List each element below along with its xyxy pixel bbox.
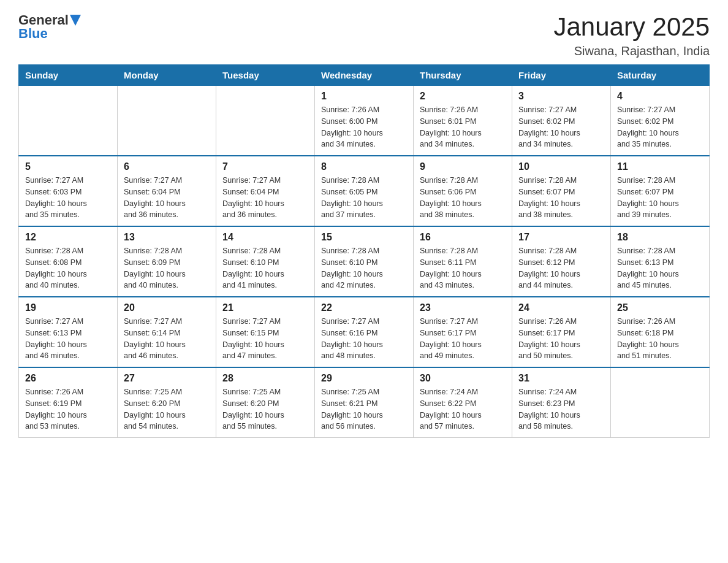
day-number: 23 xyxy=(420,302,506,313)
calendar-cell xyxy=(118,86,216,156)
day-info: Sunrise: 7:27 AM Sunset: 6:04 PM Dayligh… xyxy=(124,175,210,221)
day-number: 30 xyxy=(420,373,506,384)
column-header-friday: Friday xyxy=(512,65,611,86)
calendar-cell: 31Sunrise: 7:24 AM Sunset: 6:23 PM Dayli… xyxy=(512,367,611,438)
page-header: General Blue January 2025 Siwana, Rajast… xyxy=(18,12,710,58)
week-row-3: 12Sunrise: 7:28 AM Sunset: 6:08 PM Dayli… xyxy=(19,226,710,297)
calendar-cell: 29Sunrise: 7:25 AM Sunset: 6:21 PM Dayli… xyxy=(315,367,414,438)
title-block: January 2025 Siwana, Rajasthan, India xyxy=(553,12,710,58)
day-number: 21 xyxy=(222,302,308,313)
day-number: 4 xyxy=(617,91,703,102)
day-number: 19 xyxy=(25,302,111,313)
day-number: 5 xyxy=(25,161,111,172)
calendar-cell: 13Sunrise: 7:28 AM Sunset: 6:09 PM Dayli… xyxy=(118,226,216,297)
calendar-cell: 14Sunrise: 7:28 AM Sunset: 6:10 PM Dayli… xyxy=(216,226,315,297)
calendar-cell: 3Sunrise: 7:27 AM Sunset: 6:02 PM Daylig… xyxy=(512,86,611,156)
day-info: Sunrise: 7:27 AM Sunset: 6:17 PM Dayligh… xyxy=(420,316,506,362)
column-header-tuesday: Tuesday xyxy=(216,65,315,86)
day-number: 22 xyxy=(321,302,407,313)
day-number: 14 xyxy=(222,232,308,243)
day-info: Sunrise: 7:27 AM Sunset: 6:04 PM Dayligh… xyxy=(222,175,308,221)
calendar-cell: 1Sunrise: 7:26 AM Sunset: 6:00 PM Daylig… xyxy=(315,86,414,156)
day-number: 29 xyxy=(321,373,407,384)
day-number: 13 xyxy=(124,232,210,243)
week-row-5: 26Sunrise: 7:26 AM Sunset: 6:19 PM Dayli… xyxy=(19,367,710,438)
logo: General Blue xyxy=(18,12,81,42)
day-info: Sunrise: 7:26 AM Sunset: 6:19 PM Dayligh… xyxy=(25,386,111,432)
day-number: 18 xyxy=(617,232,703,243)
day-number: 8 xyxy=(321,161,407,172)
day-info: Sunrise: 7:27 AM Sunset: 6:13 PM Dayligh… xyxy=(25,316,111,362)
day-info: Sunrise: 7:25 AM Sunset: 6:20 PM Dayligh… xyxy=(124,386,210,432)
logo-triangle-icon xyxy=(70,15,81,26)
day-info: Sunrise: 7:25 AM Sunset: 6:21 PM Dayligh… xyxy=(321,386,407,432)
day-number: 27 xyxy=(124,373,210,384)
day-info: Sunrise: 7:28 AM Sunset: 6:10 PM Dayligh… xyxy=(321,245,407,291)
day-info: Sunrise: 7:28 AM Sunset: 6:09 PM Dayligh… xyxy=(124,245,210,291)
day-number: 24 xyxy=(518,302,604,313)
day-info: Sunrise: 7:28 AM Sunset: 6:12 PM Dayligh… xyxy=(518,245,604,291)
calendar-cell xyxy=(216,86,315,156)
day-info: Sunrise: 7:28 AM Sunset: 6:11 PM Dayligh… xyxy=(420,245,506,291)
column-header-thursday: Thursday xyxy=(414,65,512,86)
day-info: Sunrise: 7:25 AM Sunset: 6:20 PM Dayligh… xyxy=(222,386,308,432)
calendar-cell: 11Sunrise: 7:28 AM Sunset: 6:07 PM Dayli… xyxy=(611,156,710,226)
calendar-table: SundayMondayTuesdayWednesdayThursdayFrid… xyxy=(18,64,710,438)
calendar-cell xyxy=(19,86,118,156)
calendar-cell: 24Sunrise: 7:26 AM Sunset: 6:17 PM Dayli… xyxy=(512,297,611,367)
day-number: 28 xyxy=(222,373,308,384)
calendar-cell: 7Sunrise: 7:27 AM Sunset: 6:04 PM Daylig… xyxy=(216,156,315,226)
day-info: Sunrise: 7:28 AM Sunset: 6:05 PM Dayligh… xyxy=(321,175,407,221)
day-info: Sunrise: 7:26 AM Sunset: 6:00 PM Dayligh… xyxy=(321,104,407,150)
calendar-cell: 25Sunrise: 7:26 AM Sunset: 6:18 PM Dayli… xyxy=(611,297,710,367)
logo-blue: Blue xyxy=(18,26,48,42)
calendar-cell: 6Sunrise: 7:27 AM Sunset: 6:04 PM Daylig… xyxy=(118,156,216,226)
day-number: 20 xyxy=(124,302,210,313)
day-info: Sunrise: 7:28 AM Sunset: 6:08 PM Dayligh… xyxy=(25,245,111,291)
calendar-cell: 28Sunrise: 7:25 AM Sunset: 6:20 PM Dayli… xyxy=(216,367,315,438)
column-header-wednesday: Wednesday xyxy=(315,65,414,86)
calendar-cell: 30Sunrise: 7:24 AM Sunset: 6:22 PM Dayli… xyxy=(414,367,512,438)
column-header-monday: Monday xyxy=(118,65,216,86)
calendar-cell: 23Sunrise: 7:27 AM Sunset: 6:17 PM Dayli… xyxy=(414,297,512,367)
day-info: Sunrise: 7:28 AM Sunset: 6:07 PM Dayligh… xyxy=(518,175,604,221)
day-info: Sunrise: 7:26 AM Sunset: 6:17 PM Dayligh… xyxy=(518,316,604,362)
day-number: 12 xyxy=(25,232,111,243)
calendar-cell xyxy=(611,367,710,438)
week-row-1: 1Sunrise: 7:26 AM Sunset: 6:00 PM Daylig… xyxy=(19,86,710,156)
day-info: Sunrise: 7:27 AM Sunset: 6:16 PM Dayligh… xyxy=(321,316,407,362)
day-info: Sunrise: 7:28 AM Sunset: 6:13 PM Dayligh… xyxy=(617,245,703,291)
day-info: Sunrise: 7:24 AM Sunset: 6:22 PM Dayligh… xyxy=(420,386,506,432)
day-info: Sunrise: 7:27 AM Sunset: 6:14 PM Dayligh… xyxy=(124,316,210,362)
location-title: Siwana, Rajasthan, India xyxy=(553,44,710,58)
day-number: 7 xyxy=(222,161,308,172)
day-number: 17 xyxy=(518,232,604,243)
svg-marker-0 xyxy=(70,15,81,26)
calendar-cell: 15Sunrise: 7:28 AM Sunset: 6:10 PM Dayli… xyxy=(315,226,414,297)
day-info: Sunrise: 7:24 AM Sunset: 6:23 PM Dayligh… xyxy=(518,386,604,432)
calendar-header: SundayMondayTuesdayWednesdayThursdayFrid… xyxy=(19,65,710,86)
day-info: Sunrise: 7:27 AM Sunset: 6:02 PM Dayligh… xyxy=(518,104,604,150)
day-number: 16 xyxy=(420,232,506,243)
day-number: 9 xyxy=(420,161,506,172)
week-row-2: 5Sunrise: 7:27 AM Sunset: 6:03 PM Daylig… xyxy=(19,156,710,226)
day-number: 15 xyxy=(321,232,407,243)
calendar-cell: 9Sunrise: 7:28 AM Sunset: 6:06 PM Daylig… xyxy=(414,156,512,226)
day-number: 2 xyxy=(420,91,506,102)
day-number: 6 xyxy=(124,161,210,172)
calendar-body: 1Sunrise: 7:26 AM Sunset: 6:00 PM Daylig… xyxy=(19,86,710,438)
calendar-cell: 4Sunrise: 7:27 AM Sunset: 6:02 PM Daylig… xyxy=(611,86,710,156)
calendar-cell: 26Sunrise: 7:26 AM Sunset: 6:19 PM Dayli… xyxy=(19,367,118,438)
day-number: 11 xyxy=(617,161,703,172)
calendar-cell: 27Sunrise: 7:25 AM Sunset: 6:20 PM Dayli… xyxy=(118,367,216,438)
calendar-cell: 5Sunrise: 7:27 AM Sunset: 6:03 PM Daylig… xyxy=(19,156,118,226)
day-number: 26 xyxy=(25,373,111,384)
day-info: Sunrise: 7:27 AM Sunset: 6:02 PM Dayligh… xyxy=(617,104,703,150)
day-info: Sunrise: 7:28 AM Sunset: 6:06 PM Dayligh… xyxy=(420,175,506,221)
column-header-saturday: Saturday xyxy=(611,65,710,86)
calendar-cell: 18Sunrise: 7:28 AM Sunset: 6:13 PM Dayli… xyxy=(611,226,710,297)
calendar-cell: 17Sunrise: 7:28 AM Sunset: 6:12 PM Dayli… xyxy=(512,226,611,297)
calendar-cell: 2Sunrise: 7:26 AM Sunset: 6:01 PM Daylig… xyxy=(414,86,512,156)
column-header-sunday: Sunday xyxy=(19,65,118,86)
day-info: Sunrise: 7:28 AM Sunset: 6:07 PM Dayligh… xyxy=(617,175,703,221)
